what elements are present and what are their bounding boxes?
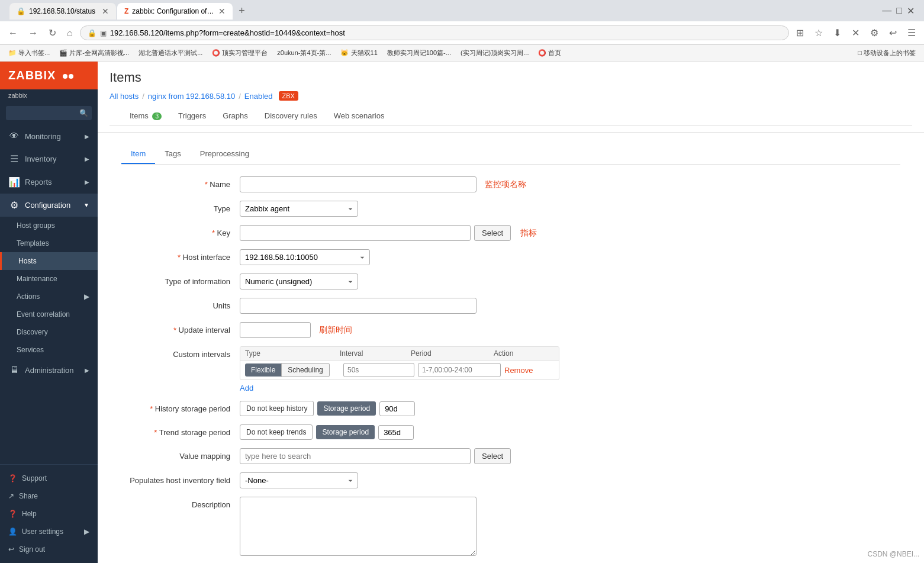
tab2-close[interactable]: ✕ bbox=[218, 7, 226, 16]
address-bar[interactable]: 🔒 ▣ 192.168.58.120/items.php?form=create… bbox=[80, 25, 789, 40]
back-button[interactable]: ← bbox=[5, 25, 21, 41]
undo-button[interactable]: ↩ bbox=[886, 25, 900, 41]
update-interval-annotation: 刷新时间 bbox=[319, 325, 352, 334]
trend-storage-button[interactable]: Storage period bbox=[316, 425, 375, 439]
sidebar-item-inventory[interactable]: ☰ Inventory ▶ bbox=[0, 147, 98, 170]
tab-items[interactable]: Items 3 bbox=[121, 107, 170, 126]
window-maximize[interactable]: □ bbox=[896, 5, 902, 16]
breadcrumb-nginx-host[interactable]: nginx from 192.168.58.10 bbox=[148, 92, 235, 101]
home-button[interactable]: ⌂ bbox=[63, 25, 76, 41]
bookmark-mobile[interactable]: □ 移动设备上的书签 bbox=[854, 47, 919, 59]
sidebar-item-hosts[interactable]: Hosts bbox=[0, 252, 98, 270]
update-interval-input[interactable]: 30s bbox=[240, 322, 311, 338]
name-control: nginx等待连接数 监控项名称 bbox=[240, 176, 900, 192]
bookmark-teacher[interactable]: 教师实习周记100篇-... bbox=[384, 47, 455, 59]
bookmark-weekly[interactable]: (实习周记)顶岗实习周... bbox=[457, 47, 533, 59]
reload-button[interactable]: ↻ bbox=[45, 25, 60, 41]
history-value-input[interactable] bbox=[379, 401, 415, 416]
flexible-button[interactable]: Flexible bbox=[245, 363, 281, 377]
forward-button[interactable]: → bbox=[25, 25, 41, 41]
history-label: * History storage period bbox=[121, 401, 240, 413]
ci-period-input[interactable] bbox=[418, 363, 501, 377]
form-tab-tags[interactable]: Tags bbox=[155, 144, 190, 164]
ci-add-link[interactable]: Add bbox=[240, 384, 253, 393]
items-badge: 3 bbox=[152, 112, 162, 120]
sidebar-share[interactable]: ↗ Share bbox=[0, 487, 98, 505]
sidebar-item-templates[interactable]: Templates bbox=[0, 234, 98, 252]
sidebar-support[interactable]: ❓ Support bbox=[0, 469, 98, 487]
sidebar-item-label-monitoring: Monitoring bbox=[25, 132, 61, 141]
download-button[interactable]: ⬇ bbox=[830, 25, 845, 41]
sidebar-item-administration[interactable]: 🖥 Administration ▶ bbox=[0, 359, 98, 381]
bookmark-button[interactable]: ☆ bbox=[811, 25, 826, 41]
history-storage-row: Do not keep history Storage period bbox=[240, 401, 900, 416]
history-control: Do not keep history Storage period bbox=[240, 401, 900, 416]
sidebar-item-maintenance[interactable]: Maintenance bbox=[0, 270, 98, 288]
history-storage-button[interactable]: Storage period bbox=[317, 401, 376, 416]
ci-interval-cell bbox=[343, 363, 414, 377]
bookmark-putonghua[interactable]: 湖北普通话水平测试... bbox=[135, 47, 206, 59]
browser-tab-2[interactable]: Z zabbix: Configuration of item... ✕ bbox=[117, 3, 233, 20]
form-tab-item[interactable]: Item bbox=[121, 144, 155, 164]
history-no-keep-button[interactable]: Do not keep history bbox=[240, 401, 314, 416]
scheduling-button[interactable]: Scheduling bbox=[281, 363, 329, 377]
key-input[interactable]: check_nginx_Waiting bbox=[240, 225, 471, 241]
bookmark-home[interactable]: ⭕ 首页 bbox=[535, 47, 565, 59]
sidebar-item-actions[interactable]: Actions ▶ bbox=[0, 288, 98, 305]
key-select-button[interactable]: Select bbox=[474, 225, 511, 241]
menu-button[interactable]: ☰ bbox=[904, 25, 919, 41]
lock-icon: 🔒 bbox=[88, 29, 96, 37]
inventory-select[interactable]: -None- bbox=[240, 472, 358, 488]
bookmark-tmall[interactable]: 🐱 天猫双11 bbox=[337, 47, 381, 59]
tab-discovery-rules[interactable]: Discovery rules bbox=[256, 107, 326, 126]
ci-interval-input[interactable] bbox=[343, 363, 414, 377]
tab-triggers[interactable]: Triggers bbox=[170, 107, 214, 126]
form-row-trend: * Trend storage period Do not keep trend… bbox=[121, 424, 900, 440]
trend-value-input[interactable] bbox=[378, 425, 414, 440]
sidebar-item-event-correlation[interactable]: Event correlation bbox=[0, 305, 98, 323]
settings-button[interactable]: ⚙ bbox=[867, 25, 882, 41]
window-close[interactable]: ✕ bbox=[907, 5, 915, 17]
sidebar-item-monitoring[interactable]: 👁 Monitoring ▶ bbox=[0, 125, 98, 147]
sidebar-user-settings[interactable]: 👤 User settings ▶ bbox=[0, 523, 98, 541]
sidebar-item-services[interactable]: Services bbox=[0, 341, 98, 359]
trend-control: Do not keep trends Storage period bbox=[240, 424, 900, 440]
breadcrumb-enabled[interactable]: Enabled bbox=[244, 92, 273, 101]
bookmark-z0ukun[interactable]: z0ukun-第4页-第... bbox=[273, 47, 334, 59]
tab-graphs[interactable]: Graphs bbox=[214, 107, 256, 126]
value-map-select-button[interactable]: Select bbox=[474, 448, 511, 464]
tab-web-scenarios[interactable]: Web scenarios bbox=[326, 107, 393, 126]
sidebar-item-discovery[interactable]: Discovery bbox=[0, 323, 98, 341]
bookmark-internship[interactable]: ⭕ 顶实习管理平台 bbox=[208, 47, 271, 59]
browser-tab-1[interactable]: 🔒 192.168.58.10/status ✕ bbox=[9, 3, 116, 20]
value-map-input[interactable] bbox=[240, 448, 471, 464]
form-row-description: Description bbox=[121, 497, 900, 558]
bookmark-import[interactable]: 📁 导入书签... bbox=[5, 47, 53, 59]
form-tab-preprocessing[interactable]: Preprocessing bbox=[191, 144, 259, 164]
type-info-select[interactable]: Numeric (unsigned) Numeric (float) Chara… bbox=[240, 274, 358, 289]
csdn-watermark: CSDN @NBEI... bbox=[867, 550, 919, 558]
type-select[interactable]: Zabbix agent Zabbix agent (active) Simpl… bbox=[240, 201, 358, 217]
sidebar-item-configuration[interactable]: ⚙ Configuration ▼ bbox=[0, 194, 98, 217]
tab1-close[interactable]: ✕ bbox=[102, 7, 109, 16]
bookmark-video[interactable]: 🎬 片库-全网高清影视... bbox=[56, 47, 133, 59]
new-tab-button[interactable]: + bbox=[234, 2, 250, 20]
ci-remove-link[interactable]: Remove bbox=[504, 366, 533, 375]
description-textarea[interactable] bbox=[240, 497, 477, 556]
sidebar-help[interactable]: ❓ Help bbox=[0, 505, 98, 523]
trend-no-keep-button[interactable]: Do not keep trends bbox=[240, 424, 313, 440]
breadcrumb-all-hosts[interactable]: All hosts bbox=[110, 92, 139, 101]
update-interval-control: 30s 刷新时间 bbox=[240, 322, 900, 338]
sidebar-sign-out[interactable]: ↩ Sign out bbox=[0, 541, 98, 558]
host-interface-select[interactable]: 192.168.58.10:10050 bbox=[240, 249, 370, 265]
address-input[interactable]: 192.168.58.120/items.php?form=create&hos… bbox=[110, 28, 781, 37]
close-button[interactable]: ✕ bbox=[848, 25, 863, 41]
extensions-button[interactable]: ⊞ bbox=[793, 25, 807, 41]
window-minimize[interactable]: — bbox=[882, 5, 891, 16]
sidebar-item-host-groups[interactable]: Host groups bbox=[0, 217, 98, 234]
units-input[interactable] bbox=[240, 298, 477, 314]
tab2-favicon: Z bbox=[124, 7, 128, 15]
sidebar-item-reports[interactable]: 📊 Reports ▶ bbox=[0, 170, 98, 194]
type-info-label: Type of information bbox=[121, 274, 240, 286]
name-input[interactable]: nginx等待连接数 bbox=[240, 176, 477, 192]
